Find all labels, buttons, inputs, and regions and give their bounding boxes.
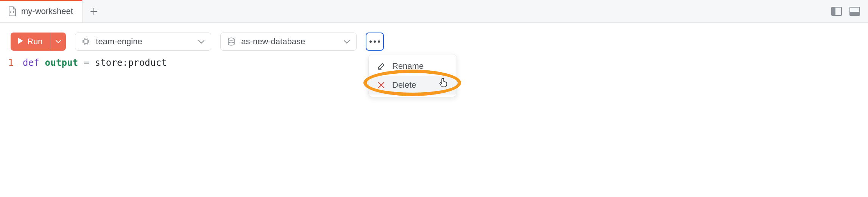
menu-item-delete-label: Delete: [392, 80, 416, 90]
ellipsis-icon: [369, 40, 380, 43]
token-product: product: [128, 57, 167, 68]
more-actions-menu: Rename Delete: [369, 54, 457, 97]
header-right-controls: [830, 0, 868, 22]
token-equals: =: [84, 57, 89, 68]
token-store: store: [95, 57, 122, 68]
token-def: def: [23, 57, 39, 68]
menu-item-rename-label: Rename: [392, 61, 424, 71]
panel-toggle-left-button[interactable]: [830, 5, 843, 18]
new-tab-button[interactable]: [83, 0, 105, 22]
svg-rect-1: [832, 7, 835, 16]
run-button[interactable]: Run: [11, 37, 50, 47]
engine-select-value: team-engine: [96, 37, 193, 47]
play-icon: [17, 37, 23, 47]
run-dropdown-toggle[interactable]: [50, 33, 66, 51]
database-select[interactable]: as-new-database: [220, 33, 357, 51]
run-button-label: Run: [27, 37, 42, 47]
token-colon: :: [123, 57, 128, 68]
svg-point-5: [228, 38, 234, 40]
worksheet-tab[interactable]: my-worksheet: [0, 0, 83, 22]
token-output: output: [45, 57, 78, 68]
menu-item-rename[interactable]: Rename: [369, 57, 457, 76]
chevron-down-icon: [198, 37, 205, 47]
worksheet-file-icon: [8, 6, 17, 17]
chevron-down-icon: [343, 37, 350, 47]
worksheet-tab-title: my-worksheet: [21, 6, 73, 16]
x-icon: [377, 81, 385, 89]
panel-toggle-bottom-button[interactable]: [848, 5, 861, 18]
run-button-group: Run: [11, 33, 66, 51]
toolbar: Run team-engine: [0, 23, 868, 52]
engine-icon: [81, 37, 90, 46]
pencil-icon: [377, 62, 385, 70]
menu-item-delete[interactable]: Delete: [369, 76, 457, 95]
svg-rect-4: [84, 40, 88, 43]
tab-strip: my-worksheet: [0, 0, 868, 23]
engine-select[interactable]: team-engine: [75, 33, 211, 51]
more-actions-button[interactable]: [366, 33, 384, 51]
database-select-value: as-new-database: [241, 37, 338, 47]
svg-rect-3: [850, 12, 860, 16]
header-spacer: [105, 0, 830, 22]
code-content: def output = store:product: [23, 57, 167, 68]
line-number: 1: [0, 57, 23, 68]
database-icon: [227, 37, 236, 46]
